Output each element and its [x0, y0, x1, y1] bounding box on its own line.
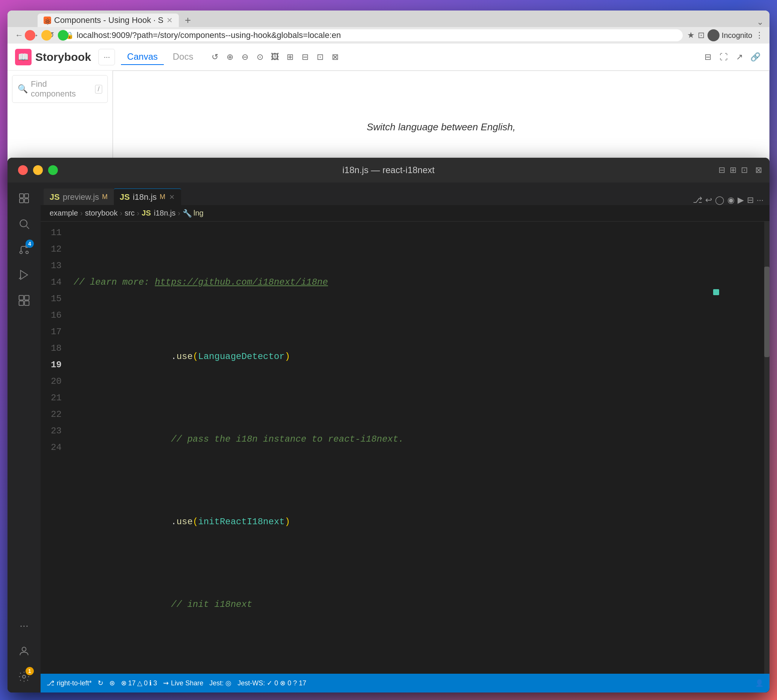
extensions-activity-icon[interactable]: [13, 289, 35, 312]
code-link-11: https://github.com/i18next/i18ne: [155, 274, 328, 291]
code-method-12: use: [177, 348, 193, 365]
preview-modified: M: [102, 193, 108, 201]
vscode-maximize-button[interactable]: [48, 165, 58, 175]
editor-area: JS preview.js M JS i18n.js M ✕ ⎇ ↩ ◯: [40, 183, 769, 692]
browser-tab-active[interactable]: ⚛ Components - Using Hook · S ✕: [38, 13, 179, 27]
line-num-19: 19: [40, 357, 62, 373]
storybook-more-button[interactable]: ···: [99, 49, 115, 65]
preview-tab-label: preview.js: [63, 192, 99, 202]
back-button[interactable]: ←: [13, 30, 25, 41]
browser-close-button[interactable]: [25, 30, 35, 40]
toolbar-img-icon[interactable]: 🖼: [268, 50, 282, 64]
tab-favicon: ⚛: [43, 17, 51, 24]
toolbar-zoom-in-icon[interactable]: ⊕: [223, 50, 237, 64]
code-lines[interactable]: // learn more: https://github.com/i18nex…: [68, 222, 769, 674]
git-diff-icon[interactable]: ⎇: [693, 195, 702, 205]
search-activity-icon[interactable]: [13, 213, 35, 235]
account-icon[interactable]: [13, 640, 35, 662]
source-control-icon[interactable]: 4: [13, 238, 35, 261]
toolbar-grid-icon[interactable]: ⊞: [283, 50, 297, 64]
vscode-minimize-button[interactable]: [33, 165, 43, 175]
account-status[interactable]: 👤: [755, 679, 764, 687]
tab-list-button[interactable]: ⌄: [757, 17, 769, 27]
explorer-icon[interactable]: [13, 187, 35, 210]
line-num-13: 13: [40, 258, 62, 274]
editor-tab-i18n[interactable]: JS i18n.js M ✕: [114, 188, 182, 205]
prev-change-icon[interactable]: ◯: [715, 195, 724, 205]
line-num-22: 22: [40, 406, 62, 423]
code-line-16: // for all options read: https://www.i18…: [74, 671, 764, 674]
run-debug-icon[interactable]: [13, 263, 35, 286]
settings-icon[interactable]: 1: [13, 665, 35, 688]
jest-status[interactable]: Jest: ◎: [209, 679, 231, 687]
storybook-logo-icon: 📖: [15, 49, 32, 65]
breadcrumb-sep2: ›: [120, 209, 122, 217]
browser-more-button[interactable]: ⋮: [755, 30, 764, 40]
bookmark-button[interactable]: ★: [687, 30, 695, 40]
next-change-icon[interactable]: ◉: [727, 195, 735, 205]
breadcrumb-src: src: [125, 209, 135, 217]
editor-layout-icon[interactable]: ⊞: [730, 165, 737, 175]
browser-maximize-button[interactable]: [58, 30, 69, 40]
account-status-icon: 👤: [755, 679, 764, 687]
jest-ws-status[interactable]: Jest-WS: ✓ 0 ⊗ 0 ? 17: [237, 679, 306, 687]
more-activity-icon[interactable]: ···: [13, 614, 35, 637]
customize-layout-icon[interactable]: ⊠: [755, 165, 762, 175]
scrollbar-thumb[interactable]: [764, 267, 769, 357]
editor-tab-preview[interactable]: JS preview.js M: [43, 188, 114, 205]
live-share-status[interactable]: ⇝ Live Share: [163, 679, 203, 687]
git-branch-status[interactable]: ⎇ right-to-left*: [47, 679, 92, 687]
breadcrumb-sep1: ›: [80, 209, 83, 217]
git-branch-label: right-to-left*: [57, 679, 92, 687]
i18n-tab-close[interactable]: ✕: [168, 194, 175, 200]
sync-status[interactable]: ↻: [98, 679, 103, 687]
toolbar-link-icon[interactable]: 🔗: [749, 50, 762, 64]
errors-status[interactable]: ⊗ 17 △ 0 ℹ 3: [121, 679, 157, 687]
incognito-label: Incognito: [722, 31, 752, 40]
storybook-tab-canvas-label: Canvas: [127, 52, 157, 62]
run-icon[interactable]: ▶: [737, 195, 744, 205]
more-actions-icon[interactable]: ···: [757, 195, 764, 205]
git-branch-icon: ⎇: [47, 679, 55, 687]
toolbar-reset-icon[interactable]: ↺: [208, 50, 222, 64]
svg-point-15: [23, 675, 25, 678]
color-indicator: [713, 289, 719, 295]
warning-icon: △: [137, 679, 142, 687]
code-paren-close-12: ): [285, 348, 290, 365]
incognito-button[interactable]: Incognito: [707, 29, 752, 41]
split-editor-icon[interactable]: ⊟: [747, 195, 754, 205]
activity-bar: 4 ···: [8, 183, 40, 692]
browser-minimize-button[interactable]: [41, 30, 52, 40]
extensions-button[interactable]: ⊡: [698, 30, 705, 40]
browser-tab-close[interactable]: ✕: [167, 16, 173, 25]
toolbar-fullscreen-icon[interactable]: ⛶: [717, 50, 730, 64]
toolbar-split-icon[interactable]: ⊠: [328, 50, 342, 64]
browser-tab-title: Components - Using Hook · S: [54, 15, 164, 25]
toolbar-layout-icon[interactable]: ⊡: [313, 50, 327, 64]
address-bar[interactable]: 🔒 localhost:9009/?path=/story/components…: [61, 29, 683, 41]
vertical-scrollbar[interactable]: [764, 222, 769, 674]
storybook-tab-docs[interactable]: Docs: [167, 49, 199, 65]
code-punct-14: .: [171, 514, 176, 530]
toolbar-search-icon[interactable]: ⊙: [253, 50, 267, 64]
toolbar-external-icon[interactable]: ↗: [733, 50, 746, 64]
line-numbers: 11 12 13 14 15 16 17 18 19 20 21 22 23 2…: [40, 222, 68, 674]
storybook-tab-canvas[interactable]: Canvas: [121, 49, 164, 65]
toolbar-panel-icon[interactable]: ⊟: [298, 50, 312, 64]
split-editor-icon[interactable]: ⊟: [719, 165, 725, 175]
editor-tab-bar: JS preview.js M JS i18n.js M ✕ ⎇ ↩ ◯: [40, 183, 769, 205]
prettier-status[interactable]: ⊛: [109, 679, 115, 687]
split-right-icon[interactable]: ⊡: [741, 165, 748, 175]
breadcrumb-js-badge: JS: [142, 209, 150, 217]
code-line-11: // learn more: https://github.com/i18nex…: [74, 274, 764, 291]
svg-rect-3: [24, 199, 28, 203]
search-icon: 🔍: [18, 84, 28, 94]
search-box[interactable]: 🔍 Find components /: [12, 75, 108, 103]
new-tab-button[interactable]: +: [181, 13, 195, 27]
vscode-close-button[interactable]: [18, 165, 28, 175]
code-line-15: // init i18next: [74, 588, 764, 621]
undo-icon[interactable]: ↩: [705, 195, 712, 205]
toolbar-sidebar-icon[interactable]: ⊟: [701, 50, 715, 64]
line-num-20: 20: [40, 373, 62, 390]
toolbar-zoom-out-icon[interactable]: ⊖: [238, 50, 252, 64]
